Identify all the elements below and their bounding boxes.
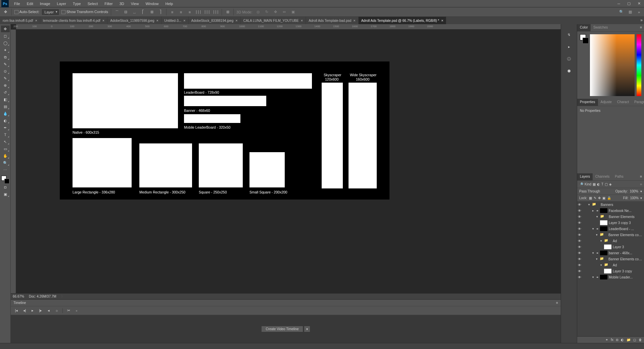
type-tool[interactable]: T xyxy=(1,131,10,138)
tab-character[interactable]: Charact xyxy=(614,99,632,106)
distribute-bottom-icon[interactable]: ≡ xyxy=(187,9,193,15)
visibility-icon[interactable]: 👁 xyxy=(577,209,582,213)
zoom-level[interactable]: 66.67% xyxy=(13,295,24,298)
hue-slider[interactable] xyxy=(637,34,641,96)
distribute-top-icon[interactable]: ≡ xyxy=(169,9,175,15)
expand-panels-icon[interactable]: » xyxy=(636,9,642,15)
screen-mode-icon[interactable]: ▣ xyxy=(1,191,10,198)
layer-row[interactable]: 👁▾📁Banner Elements cop... xyxy=(577,232,644,238)
document-tab[interactable]: CALA LUNA_MAIN FILM_YOUTUBE× xyxy=(241,17,306,24)
menu-type[interactable]: Type xyxy=(70,2,84,6)
document-tab[interactable]: AdobeStock_83388194.jpeg× xyxy=(189,17,241,24)
color-swatch-pair[interactable] xyxy=(580,34,588,96)
layer-mask-icon[interactable]: ◘ xyxy=(616,338,618,342)
tab-paragraph[interactable]: Paragra xyxy=(632,99,644,106)
history-brush-tool[interactable]: ↺ xyxy=(1,89,10,96)
close-tab-icon[interactable]: × xyxy=(441,18,443,23)
layer-name[interactable]: Banners xyxy=(601,203,613,207)
layer-name[interactable]: banner - 468x... xyxy=(609,251,632,255)
layer-group-icon[interactable]: 📁 xyxy=(627,338,631,342)
menu-layer[interactable]: Layer xyxy=(53,2,70,6)
close-tab-icon[interactable]: × xyxy=(156,18,158,23)
filter-toggle[interactable]: ○ xyxy=(640,182,642,186)
color-swatches[interactable] xyxy=(1,176,9,184)
layer-name[interactable]: Facebook Ne... xyxy=(609,209,632,213)
blend-mode-select[interactable]: Pass Through xyxy=(579,189,613,193)
autoselect-target-select[interactable]: Layer xyxy=(42,9,59,15)
filter-adjust-icon[interactable]: ◐ xyxy=(597,182,600,186)
disclosure-icon[interactable]: ▾ xyxy=(599,263,603,267)
menu-3d[interactable]: 3D xyxy=(116,2,128,6)
distribute-hcenter-icon[interactable]: ∣∣∣ xyxy=(204,9,210,15)
visibility-icon[interactable]: 👁 xyxy=(577,257,582,261)
visibility-icon[interactable]: 👁 xyxy=(577,269,582,273)
document-tab[interactable]: Adroll Ads Template.psd @ 66.7% (Labels,… xyxy=(359,17,447,24)
tab-channels[interactable]: Channels xyxy=(593,173,612,180)
filter-kind-select[interactable]: Kind xyxy=(585,182,591,186)
layer-name[interactable]: Banner Elements xyxy=(609,215,635,219)
link-layers-icon[interactable]: ⚭ xyxy=(605,338,608,342)
layer-row[interactable]: 👁▾⚭LeaderBoard - ... xyxy=(577,226,644,232)
layer-name[interactable]: Layer 3 copy 3 xyxy=(609,221,631,225)
disclosure-icon[interactable]: ▾ xyxy=(591,227,595,230)
hand-tool[interactable]: ✋ xyxy=(1,152,10,159)
menu-select[interactable]: Select xyxy=(84,2,101,6)
layer-name[interactable]: Mobile Leader... xyxy=(609,275,633,279)
actions-panel-icon[interactable]: ▸ xyxy=(565,43,573,50)
lock-image-icon[interactable]: ✎ xyxy=(594,196,596,200)
eraser-tool[interactable]: ◧ xyxy=(1,96,10,103)
zoom-tool[interactable]: 🔍 xyxy=(1,160,10,166)
tab-paths[interactable]: Paths xyxy=(612,173,626,180)
visibility-icon[interactable]: 👁 xyxy=(577,221,582,225)
visibility-icon[interactable]: 👁 xyxy=(577,251,582,255)
close-tab-icon[interactable]: × xyxy=(235,18,237,23)
rectangle-tool[interactable]: ▭ xyxy=(1,145,10,152)
quick-mask-icon[interactable]: ◘ xyxy=(1,184,10,190)
timeline-menu-icon[interactable]: ≡ xyxy=(556,301,558,305)
menu-window[interactable]: Window xyxy=(142,2,162,6)
delete-layer-icon[interactable]: 🗑 xyxy=(639,338,642,342)
create-timeline-dropdown[interactable]: ▾ xyxy=(304,326,310,332)
fill-value[interactable]: 100% xyxy=(630,196,639,200)
info-panel-icon[interactable]: ⓘ xyxy=(565,55,573,62)
lock-artboard-icon[interactable]: ▣ xyxy=(602,196,605,200)
edit-toolbar-icon[interactable]: ⋯ xyxy=(1,167,10,173)
menu-file[interactable]: File xyxy=(11,2,24,6)
filter-pixel-icon[interactable]: ▦ xyxy=(593,182,596,186)
create-video-timeline-button[interactable]: Create Video Timeline xyxy=(261,326,303,332)
filter-shape-icon[interactable]: ▢ xyxy=(605,182,608,186)
show-transform-checkbox[interactable]: Show Transform Controls xyxy=(61,10,108,14)
blur-tool[interactable]: 💧 xyxy=(1,110,10,117)
tab-color[interactable]: Color xyxy=(577,24,591,31)
history-panel-icon[interactable]: ↯ xyxy=(565,31,573,38)
marquee-tool[interactable]: ◻ xyxy=(1,33,10,39)
move-tool[interactable]: ✥ xyxy=(1,26,10,32)
layers-tree[interactable]: 👁▾📁Banners👁▸⚭Facebook Ne...👁▾📁Banner Ele… xyxy=(577,202,644,336)
layer-row[interactable]: 👁▾📁Banners xyxy=(577,202,644,208)
lock-transparency-icon[interactable]: ▦ xyxy=(589,196,592,200)
align-hcenter-icon[interactable]: ⊞ xyxy=(149,9,155,15)
close-window-button[interactable]: ✕ xyxy=(634,0,644,7)
document-tab[interactable]: AdobeStock_119897598.jpeg× xyxy=(107,17,162,24)
layer-name[interactable]: LeaderBoard - ... xyxy=(609,227,634,231)
dodge-tool[interactable]: ◐ xyxy=(1,117,10,124)
color-panel-menu-icon[interactable]: ≡ xyxy=(638,24,644,31)
layer-row[interactable]: 👁▾📁Banner Elements xyxy=(577,214,644,220)
eyedropper-tool[interactable]: ✎ xyxy=(1,61,10,68)
layer-fx-icon[interactable]: fx xyxy=(611,338,613,342)
layer-name[interactable]: Layer 3 xyxy=(613,245,624,249)
lock-position-icon[interactable]: ✥ xyxy=(598,196,601,200)
document-tab[interactable]: Untitled-3...× xyxy=(162,17,189,24)
visibility-icon[interactable]: 👁 xyxy=(577,245,582,249)
close-tab-icon[interactable]: × xyxy=(301,18,303,23)
align-vcenter-icon[interactable]: ⊟ xyxy=(123,9,129,15)
distribute-vcenter-icon[interactable]: ≡ xyxy=(178,9,184,15)
document-tab[interactable]: rom lisa imhoff-5.pdf× xyxy=(0,17,40,24)
status-chevron-icon[interactable]: 〉 xyxy=(61,294,64,299)
disclosure-icon[interactable]: ▾ xyxy=(599,239,603,243)
new-layer-icon[interactable]: ◻ xyxy=(633,338,636,342)
timeline-prev-frame-icon[interactable]: ◂| xyxy=(22,308,27,313)
visibility-icon[interactable]: 👁 xyxy=(577,233,582,237)
align-bottom-icon[interactable]: ⎵ xyxy=(131,9,137,15)
lock-all-icon[interactable]: 🔒 xyxy=(607,196,611,200)
